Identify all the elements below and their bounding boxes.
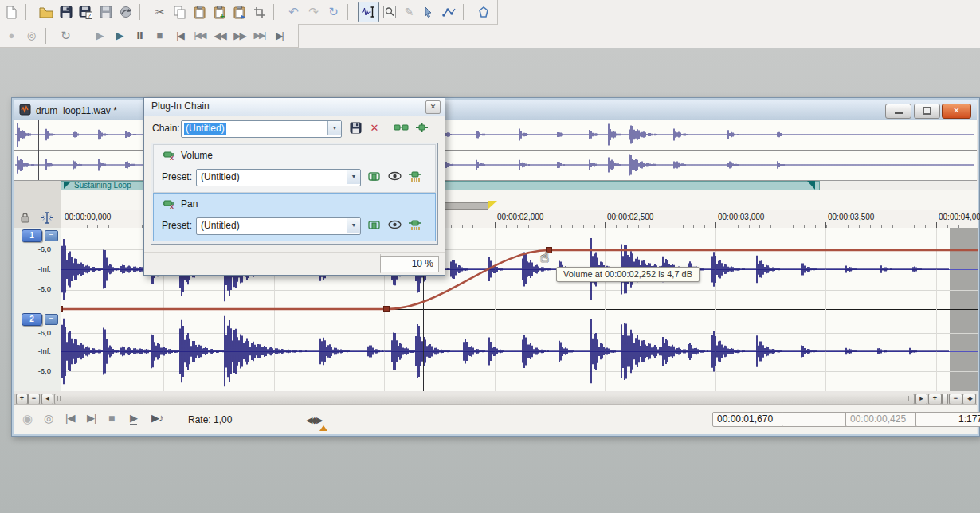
trim-crop-button[interactable]	[249, 2, 269, 22]
repeat-button[interactable]: ↻	[323, 2, 343, 22]
play-note-button[interactable]: ▶♪	[151, 412, 163, 424]
automation-icon[interactable]	[366, 169, 382, 183]
save-chain-icon[interactable]	[347, 120, 363, 135]
go-to-end-button[interactable]: ▶|	[87, 412, 96, 424]
restore-button[interactable]	[914, 104, 940, 119]
pencil-tool-button[interactable]: ✎	[399, 2, 419, 22]
forward-all-button[interactable]: ▶▶|	[249, 26, 269, 45]
screen: ?✂+↶↷↻✎ ●◎↻▶▶Ⅱ■|◀|◀◀◀◀▶▶▶▶|▶| filehorse.…	[0, 0, 980, 513]
plugin-row-volume[interactable]: x Volume Preset: (Untitled) ▼	[153, 144, 436, 193]
scrollbar-thumb[interactable]	[54, 394, 915, 405]
channel-1-minimize-button[interactable]: −	[45, 230, 58, 241]
dialog-title-bar[interactable]: Plug-In Chain ✕	[144, 98, 445, 116]
go-to-end-button[interactable]: ▶|	[269, 26, 289, 45]
minimize-button[interactable]	[885, 104, 911, 119]
play-all-button[interactable]: ▶	[130, 412, 137, 425]
record-remote-button[interactable]: ◎	[44, 412, 53, 425]
channel-2-badge[interactable]: 2	[22, 313, 42, 326]
publish-button[interactable]	[116, 2, 135, 22]
rewind-all-button[interactable]: |◀◀	[190, 26, 210, 45]
paste-special-button[interactable]: +	[210, 2, 229, 22]
playbar: Rate: 1,00 ◀◆▶ ◉◎|◀▶|■▶▶♪00:00:01,67000:…	[14, 404, 977, 434]
new-file-button[interactable]	[2, 2, 22, 22]
save-all-button[interactable]	[96, 2, 116, 22]
envelope-point[interactable]	[61, 307, 63, 312]
magnify-tool-button[interactable]	[379, 2, 399, 22]
play-button[interactable]: ▶	[110, 26, 130, 45]
edit-tool-button[interactable]	[358, 2, 379, 22]
cut-button[interactable]: ✂	[150, 2, 170, 22]
go-to-start-button[interactable]: |◀	[170, 26, 190, 45]
event-tool-button[interactable]	[419, 2, 439, 22]
scroll-left-button[interactable]: ◂	[41, 394, 53, 405]
zoom-in-level-button[interactable]: +	[928, 394, 942, 405]
plugin-row-pan[interactable]: x Pan Preset: (Untitled) ▼	[153, 193, 436, 241]
close-button[interactable]: ✕	[942, 104, 971, 119]
pan-preset-combobox[interactable]: (Untitled) ▼	[196, 217, 361, 235]
forward-button[interactable]: ▶▶	[229, 26, 249, 45]
status-cell[interactable]: 00:00:01,670	[712, 412, 787, 427]
region-marker-flag-icon[interactable]	[488, 201, 497, 210]
rate-slider-thumb[interactable]: ◀◆▶	[306, 415, 321, 425]
dialog-close-button[interactable]: ✕	[425, 100, 441, 114]
stop-button[interactable]: ■	[108, 412, 114, 425]
rewind-button[interactable]: ◀◀	[210, 26, 229, 45]
overview-cursor	[38, 120, 39, 180]
fit-width-button[interactable]: ◂▸	[962, 394, 976, 405]
channel-2-minimize-button[interactable]: −	[45, 314, 58, 325]
play-all-button[interactable]: ▶	[90, 26, 110, 45]
plugin-chooser-icon[interactable]	[414, 120, 429, 135]
status-cell[interactable]	[782, 412, 852, 427]
envelope-tool-button[interactable]	[439, 2, 459, 22]
region-marker-bar[interactable]	[444, 202, 488, 210]
dialog-status-bar: 10 %	[144, 252, 445, 275]
lock-icon[interactable]	[21, 213, 29, 225]
toolbar-separator	[139, 4, 147, 20]
plugin-properties-icon[interactable]	[407, 217, 423, 232]
paste-button[interactable]	[190, 2, 210, 22]
chevron-down-icon[interactable]: ▼	[347, 218, 360, 233]
chevron-down-icon[interactable]: ▼	[327, 121, 341, 135]
save-as-button[interactable]: ?	[76, 2, 96, 22]
loop-playback-button[interactable]: ↻	[56, 26, 76, 45]
zoom-out-level-button[interactable]: −	[949, 394, 962, 405]
envelope-point[interactable]	[384, 307, 390, 312]
save-button[interactable]	[56, 2, 76, 22]
add-plugin-icon[interactable]	[393, 120, 409, 135]
zoom-slider-handle[interactable]	[942, 394, 948, 405]
zoom-in-time-button[interactable]: +	[16, 394, 28, 405]
status-cell[interactable]: 1:177	[915, 412, 980, 427]
edit-cursor-icon[interactable]	[40, 212, 54, 225]
eye-icon[interactable]	[386, 217, 402, 232]
eye-icon[interactable]	[386, 169, 402, 183]
copy-button[interactable]	[170, 2, 190, 22]
db-label: -Inf.	[18, 347, 51, 355]
redo-button[interactable]: ↷	[304, 2, 323, 22]
delete-chain-icon[interactable]: ✕	[367, 120, 382, 135]
loop-bar-label: Sustaining Loop	[74, 181, 131, 190]
toolbar-separator	[273, 4, 281, 20]
record-remote-button[interactable]: ◎	[22, 26, 41, 45]
record-button[interactable]: ◉	[22, 412, 32, 426]
go-to-start-button[interactable]: |◀	[65, 412, 74, 424]
automation-icon[interactable]	[366, 217, 382, 232]
zoom-out-time-button[interactable]: −	[28, 394, 40, 405]
chain-combobox[interactable]: (Untitled) ▼	[181, 120, 342, 138]
open-file-button[interactable]	[36, 2, 56, 22]
preset-label: Preset:	[162, 220, 192, 231]
record-button[interactable]: ●	[2, 26, 22, 45]
stop-button[interactable]: ■	[150, 26, 170, 45]
status-cell[interactable]: 00:00:00,425	[845, 412, 923, 427]
channel-1-badge[interactable]: 1	[22, 229, 42, 242]
spectral-tool-button[interactable]	[473, 2, 493, 22]
volume-preset-combobox[interactable]: (Untitled) ▼	[196, 169, 361, 186]
plugin-properties-icon[interactable]	[407, 169, 423, 183]
window-title: drum_loop11.wav *	[36, 105, 117, 116]
undo-button[interactable]: ↶	[284, 2, 304, 22]
scroll-right-button[interactable]: ▸	[915, 394, 927, 405]
toolbar-separator	[463, 4, 471, 20]
chain-value: (Untitled)	[184, 123, 226, 135]
pause-button[interactable]: Ⅱ	[130, 26, 150, 45]
chevron-down-icon[interactable]: ▼	[347, 170, 360, 184]
paste-to-new-button[interactable]	[229, 2, 249, 22]
